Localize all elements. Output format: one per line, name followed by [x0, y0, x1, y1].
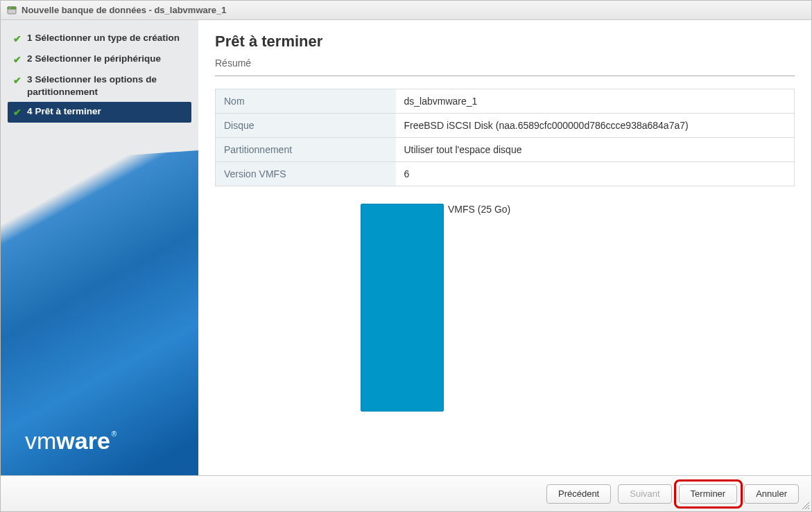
window-titlebar: Nouvelle banque de données - ds_labvmwar…	[1, 1, 811, 20]
page-title: Prêt à terminer	[215, 33, 795, 51]
wizard-steps: ✔ 1Sélectionner un type de création ✔ 2S…	[8, 28, 191, 123]
main-area: ✔ 1Sélectionner un type de création ✔ 2S…	[1, 20, 811, 475]
check-icon: ✔	[13, 53, 23, 67]
step-label: Sélectionner les options de partitionnem…	[27, 74, 157, 97]
page-subtitle: Résumé	[215, 58, 795, 69]
partition-label: VMFS (25 Go)	[448, 204, 510, 215]
summary-label: Partitionnement	[216, 138, 396, 162]
divider	[215, 76, 795, 76]
resize-grip-icon[interactable]	[802, 502, 810, 510]
summary-value: 6	[396, 162, 795, 186]
summary-label: Nom	[216, 89, 396, 114]
step-4[interactable]: ✔ 4Prêt à terminer	[8, 102, 191, 123]
cancel-button[interactable]: Annuler	[744, 484, 799, 504]
summary-value: Utiliser tout l'espace disque	[396, 138, 795, 162]
step-number: 4	[27, 106, 33, 116]
check-icon: ✔	[13, 33, 23, 46]
step-1[interactable]: ✔ 1Sélectionner un type de création	[8, 28, 191, 49]
table-row: Partitionnement Utiliser tout l'espace d…	[216, 138, 795, 162]
back-button[interactable]: Précédent	[546, 484, 611, 504]
svg-point-2	[9, 7, 10, 8]
summary-label: Disque	[216, 114, 396, 138]
step-3[interactable]: ✔ 3Sélectionner les options de partition…	[8, 70, 191, 102]
finish-button[interactable]: Terminer	[679, 484, 738, 504]
summary-value: ds_labvmware_1	[396, 89, 795, 114]
partition-block	[361, 204, 444, 412]
step-label: Prêt à terminer	[35, 106, 101, 116]
step-number: 2	[27, 53, 33, 64]
partition-visualization: VMFS (25 Go)	[215, 204, 795, 412]
check-icon: ✔	[13, 106, 23, 119]
check-icon: ✔	[13, 74, 23, 87]
wizard-footer: Précédent Suivant Terminer Annuler	[1, 475, 811, 511]
summary-label: Version VMFS	[216, 162, 396, 186]
window-title: Nouvelle banque de données - ds_labvmwar…	[21, 5, 226, 15]
vmware-logo: vmware®	[25, 427, 116, 454]
wizard-content: Prêt à terminer Résumé Nom ds_labvmware_…	[198, 20, 811, 475]
next-button: Suivant	[618, 484, 671, 504]
datastore-icon	[6, 5, 17, 16]
wizard-sidebar: ✔ 1Sélectionner un type de création ✔ 2S…	[1, 20, 198, 475]
table-row: Version VMFS 6	[216, 162, 795, 186]
summary-value: FreeBSD iSCSI Disk (naa.6589cfc000000d78…	[396, 114, 795, 138]
step-label: Sélectionner le périphérique	[35, 53, 162, 64]
step-number: 1	[27, 33, 33, 43]
step-number: 3	[27, 74, 33, 85]
step-label: Sélectionner un type de création	[35, 33, 180, 43]
table-row: Disque FreeBSD iSCSI Disk (naa.6589cfc00…	[216, 114, 795, 138]
svg-rect-1	[8, 7, 16, 9]
step-2[interactable]: ✔ 2Sélectionner le périphérique	[8, 49, 191, 70]
table-row: Nom ds_labvmware_1	[216, 89, 795, 114]
summary-table: Nom ds_labvmware_1 Disque FreeBSD iSCSI …	[215, 89, 795, 186]
